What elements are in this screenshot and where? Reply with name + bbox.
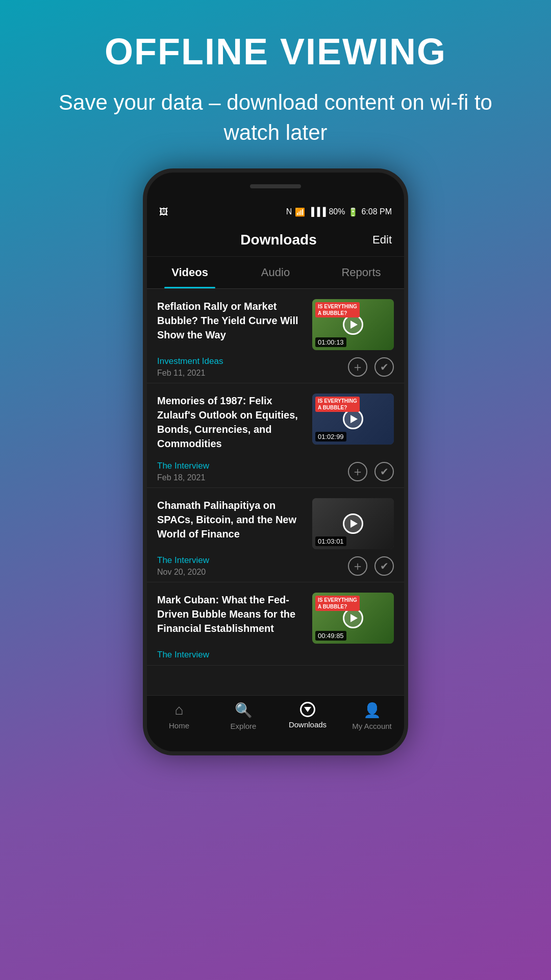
video-item-top: Reflation Rally or Market Bubble? The Yi… (157, 299, 394, 350)
video-thumbnail[interactable]: 01:03:01 (312, 498, 394, 549)
app-header-title: Downloads (185, 232, 372, 248)
video-thumbnail[interactable]: 01:02:99 IS EVERYTHINGA BUBBLE? (312, 394, 394, 445)
thumb-label: IS EVERYTHINGA BUBBLE? (315, 302, 360, 317)
tab-audio[interactable]: Audio (233, 257, 318, 288)
nav-item-home[interactable]: ⌂ Home (147, 702, 211, 730)
tab-reports[interactable]: Reports (318, 257, 404, 288)
status-left: 🖼 (159, 207, 168, 217)
video-category: The Interview (157, 461, 209, 471)
battery-icon: 🔋 (348, 207, 358, 217)
clock: 6:08 PM (361, 207, 392, 216)
video-actions: ＋ ✔ (348, 556, 394, 576)
play-triangle (350, 321, 358, 329)
nav-label-account: My Account (352, 722, 392, 730)
play-button[interactable] (343, 608, 363, 628)
edit-button[interactable]: Edit (372, 233, 392, 247)
video-text: Chamath Palihapitiya on SPACs, Bitcoin, … (157, 498, 304, 549)
video-category: Investment Ideas (157, 356, 223, 366)
phone-notch (147, 173, 404, 201)
video-title: Reflation Rally or Market Bubble? The Yi… (157, 299, 304, 342)
video-item-top: Chamath Palihapitiya on SPACs, Bitcoin, … (157, 498, 394, 549)
home-icon: ⌂ (175, 702, 184, 718)
phone-mockup: 🖼 N 📶 ▐▐▐ 80% 🔋 6:08 PM Downloads Edit V… (143, 168, 408, 755)
video-item-top: Mark Cuban: What the Fed-Driven Bubble M… (157, 593, 394, 644)
list-item: Memories of 1987: Felix Zulauf's Outlook… (147, 383, 404, 488)
app-content: Downloads Edit Videos Audio Reports Refl… (147, 224, 404, 751)
thumb-duration: 00:49:85 (315, 631, 346, 641)
video-category: The Interview (157, 555, 209, 566)
add-button[interactable]: ＋ (348, 462, 367, 481)
play-triangle (350, 415, 358, 423)
check-button[interactable]: ✔ (374, 556, 394, 576)
video-meta: Investment Ideas Feb 11, 2021 (157, 356, 223, 378)
thumb-duration: 01:00:13 (315, 337, 346, 347)
video-meta: The Interview Nov 20, 2020 (157, 555, 209, 577)
video-item-bottom: Investment Ideas Feb 11, 2021 ＋ ✔ (157, 356, 394, 378)
phone-speaker (250, 184, 301, 188)
video-thumbnail[interactable]: 01:00:13 IS EVERYTHINGA BUBBLE? (312, 299, 394, 350)
list-item: Mark Cuban: What the Fed-Driven Bubble M… (147, 582, 404, 666)
search-icon: 🔍 (235, 702, 253, 719)
video-list: Reflation Rally or Market Bubble? The Yi… (147, 289, 404, 695)
video-category-partial: The Interview (157, 650, 394, 662)
nav-label-downloads: Downloads (289, 720, 327, 729)
video-date: Feb 18, 2021 (157, 473, 209, 482)
add-button[interactable]: ＋ (348, 357, 367, 377)
video-item-bottom: The Interview Feb 18, 2021 ＋ ✔ (157, 461, 394, 482)
status-right: N 📶 ▐▐▐ 80% 🔋 6:08 PM (286, 207, 392, 217)
app-header: Downloads Edit (147, 224, 404, 257)
play-button[interactable] (343, 409, 363, 429)
video-title: Mark Cuban: What the Fed-Driven Bubble M… (157, 593, 304, 635)
nfc-icon: N (286, 207, 292, 216)
signal-icon: ▐▐▐ (308, 207, 325, 216)
video-title: Memories of 1987: Felix Zulauf's Outlook… (157, 394, 304, 451)
video-date: Feb 11, 2021 (157, 369, 223, 378)
bottom-nav: ⌂ Home 🔍 Explore Downloads 👤 My Account (147, 695, 404, 751)
video-item-top: Memories of 1987: Felix Zulauf's Outlook… (157, 394, 394, 455)
download-icon (300, 702, 315, 717)
thumb-duration: 01:02:99 (315, 432, 346, 442)
add-button[interactable]: ＋ (348, 556, 367, 576)
status-bar: 🖼 N 📶 ▐▐▐ 80% 🔋 6:08 PM (147, 201, 404, 224)
video-item-bottom: The Interview Nov 20, 2020 ＋ ✔ (157, 555, 394, 577)
video-title: Chamath Palihapitiya on SPACs, Bitcoin, … (157, 498, 304, 541)
tab-videos[interactable]: Videos (147, 257, 233, 288)
thumb-label: IS EVERYTHINGA BUBBLE? (315, 596, 360, 611)
check-button[interactable]: ✔ (374, 357, 394, 377)
video-category: The Interview (157, 650, 209, 660)
check-button[interactable]: ✔ (374, 462, 394, 481)
play-triangle (350, 520, 358, 528)
nav-label-explore: Explore (231, 722, 257, 730)
nav-item-downloads[interactable]: Downloads (276, 702, 340, 729)
promo-title: OFFLINE VIEWING (41, 31, 510, 72)
video-date: Nov 20, 2020 (157, 568, 209, 577)
nav-label-home: Home (169, 721, 189, 730)
video-actions: ＋ ✔ (348, 357, 394, 377)
nav-item-account[interactable]: 👤 My Account (340, 702, 404, 730)
thumb-duration: 01:03:01 (315, 536, 346, 546)
promo-section: OFFLINE VIEWING Save your data – downloa… (0, 0, 551, 168)
play-triangle (350, 614, 358, 622)
video-meta: The Interview Feb 18, 2021 (157, 461, 209, 482)
wifi-icon: 📶 (295, 207, 305, 217)
thumb-label: IS EVERYTHINGA BUBBLE? (315, 397, 360, 412)
video-thumbnail[interactable]: 00:49:85 IS EVERYTHINGA BUBBLE? (312, 593, 394, 644)
video-text: Reflation Rally or Market Bubble? The Yi… (157, 299, 304, 350)
promo-subtitle: Save your data – download content on wi-… (41, 88, 510, 148)
battery-percent: 80% (329, 207, 345, 216)
tabs-bar: Videos Audio Reports (147, 257, 404, 289)
play-button[interactable] (343, 513, 363, 534)
list-item: Reflation Rally or Market Bubble? The Yi… (147, 289, 404, 383)
video-actions: ＋ ✔ (348, 462, 394, 481)
video-text: Mark Cuban: What the Fed-Driven Bubble M… (157, 593, 304, 644)
play-button[interactable] (343, 314, 363, 335)
video-text: Memories of 1987: Felix Zulauf's Outlook… (157, 394, 304, 455)
media-icon: 🖼 (159, 207, 168, 217)
nav-item-explore[interactable]: 🔍 Explore (211, 702, 276, 730)
list-item: Chamath Palihapitiya on SPACs, Bitcoin, … (147, 488, 404, 582)
person-icon: 👤 (363, 702, 381, 719)
